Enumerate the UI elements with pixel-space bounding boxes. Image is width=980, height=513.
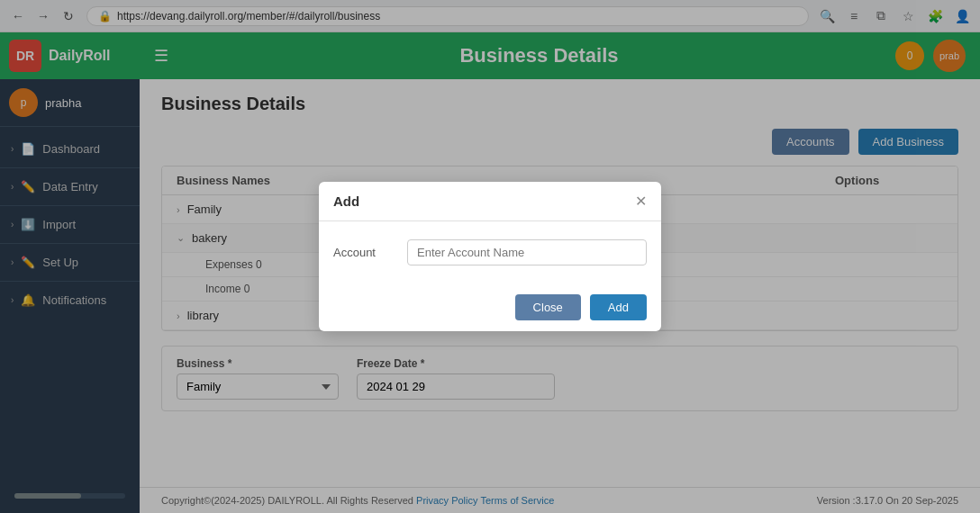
account-label: Account: [333, 246, 396, 259]
modal-body: Account: [319, 221, 661, 284]
modal-header: Add ✕: [319, 182, 661, 221]
modal-close-button[interactable]: ✕: [635, 193, 647, 210]
modal-title: Add: [333, 194, 359, 209]
account-name-input[interactable]: [407, 239, 647, 266]
account-field: Account: [333, 239, 647, 266]
add-modal-button[interactable]: Add: [590, 294, 647, 320]
modal-footer: Close Add: [319, 284, 661, 331]
add-account-modal: Add ✕ Account Close Add: [319, 182, 661, 331]
close-modal-button[interactable]: Close: [515, 294, 581, 320]
modal-overlay[interactable]: Add ✕ Account Close Add: [0, 0, 980, 513]
